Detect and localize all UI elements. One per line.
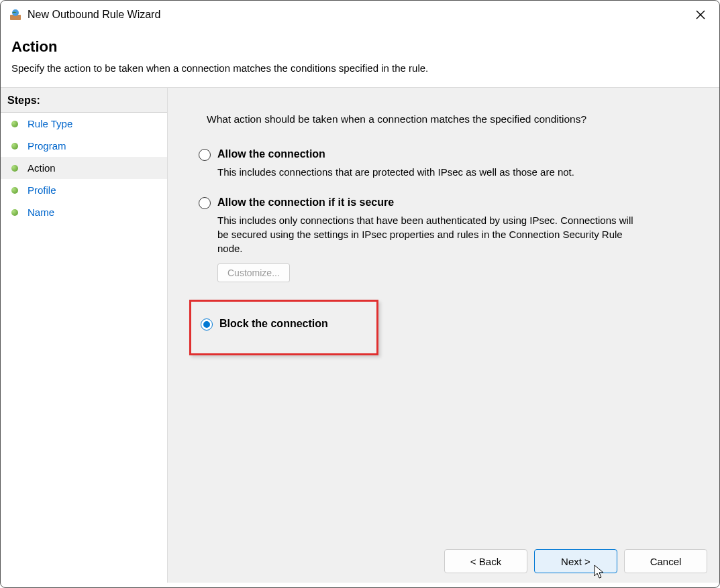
sidebar-item-label: Program [28,140,66,152]
header-section: Action Specify the action to be taken wh… [1,29,719,88]
cancel-button[interactable]: Cancel [624,549,707,573]
sidebar-item-name[interactable]: Name [1,201,167,223]
option-desc: This includes only connections that have… [217,213,633,255]
page-title: Action [11,38,709,56]
app-icon [9,8,22,21]
sidebar-header: Steps: [1,88,167,113]
option-desc: This includes connections that are prote… [217,165,633,179]
titlebar: New Outbound Rule Wizard [1,1,719,29]
option-label: Block the connection [219,318,328,330]
sidebar-item-action[interactable]: Action [1,157,167,179]
close-icon [695,9,706,20]
customize-button: Customize... [217,263,290,282]
sidebar-item-label: Profile [28,184,56,196]
radio-allow-secure[interactable] [199,197,211,209]
main-panel: What action should be taken when a conne… [168,88,719,583]
option-label: Allow the connection if it is secure [217,196,394,209]
sidebar: Steps: Rule Type Program Action Profile … [1,88,168,583]
bullet-icon [11,165,18,172]
window-title: New Outbound Rule Wizard [28,9,690,21]
option-block: Block the connection [201,318,364,331]
next-button[interactable]: Next > [534,549,617,573]
content-area: Steps: Rule Type Program Action Profile … [1,88,719,583]
radio-allow[interactable] [199,149,211,161]
question-text: What action should be taken when a conne… [207,113,688,125]
button-row: < Back Next > Cancel [444,549,707,573]
option-allow: Allow the connection This includes conne… [199,148,688,179]
sidebar-item-profile[interactable]: Profile [1,179,167,201]
bullet-icon [11,209,18,216]
sidebar-item-label: Action [28,162,56,174]
bullet-icon [11,121,18,127]
bullet-icon [11,187,18,194]
sidebar-item-rule-type[interactable]: Rule Type [1,113,167,135]
bullet-icon [11,143,18,150]
option-allow-secure: Allow the connection if it is secure Thi… [199,196,688,282]
highlight-box: Block the connection [189,300,378,355]
sidebar-item-label: Rule Type [28,118,72,129]
option-label: Allow the connection [217,148,325,160]
radio-block[interactable] [201,318,213,331]
close-button[interactable] [690,4,711,25]
page-subtitle: Specify the action to be taken when a co… [11,62,709,74]
sidebar-item-program[interactable]: Program [1,135,167,157]
back-button[interactable]: < Back [444,549,527,573]
sidebar-item-label: Name [28,207,54,218]
